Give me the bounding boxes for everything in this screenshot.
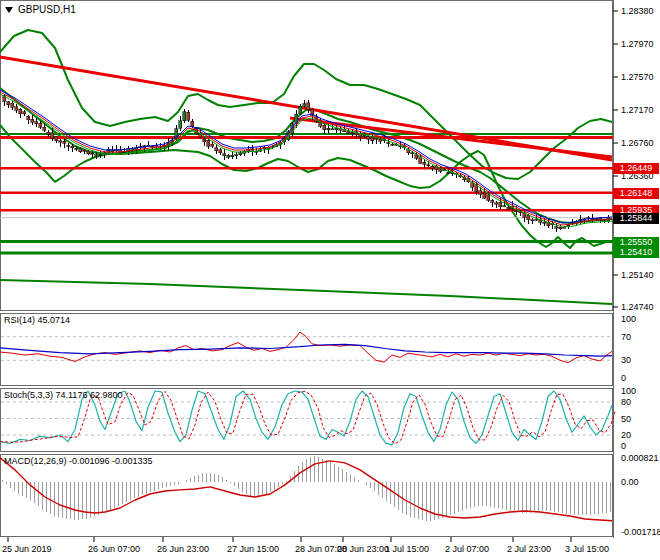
rsi-tick-label: 70 (621, 332, 660, 343)
time-tick-label: 25 Jun 2019 (2, 544, 52, 555)
time-tick-label: 26 Jun 23:00 (157, 544, 209, 555)
price-tick-label: 1.25140 (621, 270, 660, 281)
symbol-timeframe-selector[interactable]: GBPUSD,H1 (5, 4, 76, 15)
price-level-badge: 1.25844 (613, 213, 659, 224)
price-tick-label: 1.27570 (621, 72, 660, 83)
stoch-tick-label: 50 (621, 414, 660, 425)
price-tick-label: 1.27970 (621, 39, 660, 50)
symbol-title: GBPUSD,H1 (18, 4, 76, 15)
macd-tick-label: 0.00 (621, 477, 660, 488)
trading-chart-window: GBPUSD,H1 RSI(14) 45.0714 Stoch(5,3,3) 7… (0, 0, 660, 560)
price-level-badge: 1.26449 (613, 163, 659, 174)
time-tick-label: 28 Jun 23:00 (337, 544, 389, 555)
price-tick-label: 1.26760 (621, 138, 660, 149)
stoch-tick-label: 100 (621, 386, 660, 397)
dropdown-arrow-icon (5, 7, 13, 13)
rsi-label: RSI(14) 45.0714 (4, 315, 70, 325)
time-tick-label: 27 Jun 15:00 (227, 544, 279, 555)
time-tick-label: 1 Jul 15:00 (385, 544, 429, 555)
price-level-badge: 1.25410 (613, 247, 659, 258)
time-tick-label: 26 Jun 07:00 (88, 544, 140, 555)
time-tick-label: 2 Jul 07:00 (445, 544, 489, 555)
rsi-tick-label: 0 (621, 373, 660, 384)
stoch-tick-label: 20 (621, 430, 660, 441)
macd-tick-label: -0.001718 (621, 527, 660, 538)
long-term-green-trendline[interactable] (0, 280, 612, 304)
price-level-badge: 1.26148 (613, 188, 659, 199)
price-tick-label: 1.24740 (621, 302, 660, 313)
stoch-label: Stoch(5,3,3) 74.1176 62.9800 (4, 390, 122, 400)
rsi-panel-frame (1, 314, 613, 386)
macd-label: MACD(12,26,9) -0.001096 -0.001335 (4, 456, 153, 466)
rsi-tick-label: 30 (621, 355, 660, 366)
stoch-tick-label: 0 (621, 441, 660, 452)
price-tick-label: 1.28380 (621, 6, 660, 17)
price-tick-label: 1.27170 (621, 105, 660, 116)
stoch-tick-label: 80 (621, 397, 660, 408)
rsi-tick-label: 100 (621, 314, 660, 325)
chart-canvas[interactable] (0, 0, 660, 560)
time-tick-label: 3 Jul 15:00 (565, 544, 609, 555)
time-tick-label: 2 Jul 23:00 (507, 544, 551, 555)
macd-tick-label: 0.000821 (621, 453, 660, 464)
